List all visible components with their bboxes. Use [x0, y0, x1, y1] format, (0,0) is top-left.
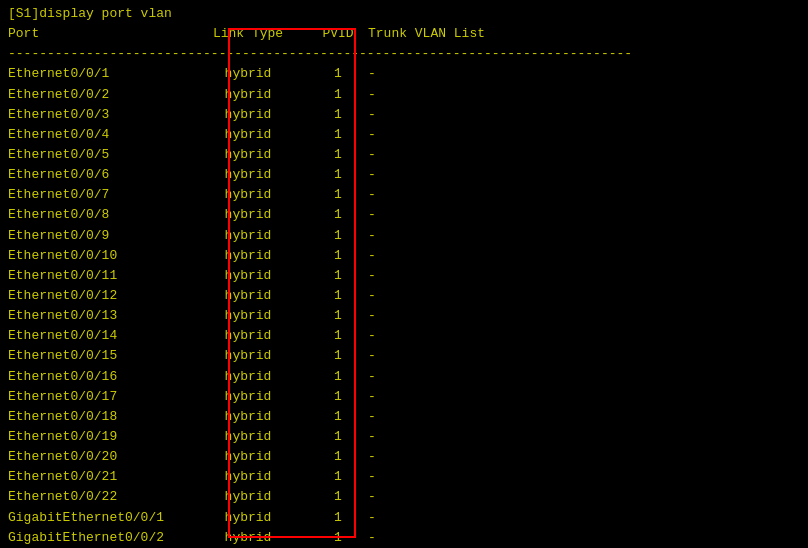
header-link-type: Link Type — [188, 24, 308, 44]
cell-trunk-vlan: - — [368, 407, 376, 427]
cell-link-type: hybrid — [188, 266, 308, 286]
cell-port: Ethernet0/0/20 — [8, 447, 188, 467]
cell-trunk-vlan: - — [368, 528, 376, 548]
cell-trunk-vlan: - — [368, 246, 376, 266]
cell-port: Ethernet0/0/21 — [8, 467, 188, 487]
table-row: Ethernet0/0/9hybrid1- — [8, 226, 800, 246]
cell-pvid: 1 — [308, 105, 368, 125]
cell-port: GigabitEthernet0/0/2 — [8, 528, 188, 548]
cell-link-type: hybrid — [188, 246, 308, 266]
cell-pvid: 1 — [308, 447, 368, 467]
cell-trunk-vlan: - — [368, 387, 376, 407]
cell-link-type: hybrid — [188, 105, 308, 125]
table-row: Ethernet0/0/4hybrid1- — [8, 125, 800, 145]
cell-port: Ethernet0/0/9 — [8, 226, 188, 246]
cell-pvid: 1 — [308, 185, 368, 205]
cell-port: GigabitEthernet0/0/1 — [8, 508, 188, 528]
cell-port: Ethernet0/0/5 — [8, 145, 188, 165]
cell-trunk-vlan: - — [368, 326, 376, 346]
cell-trunk-vlan: - — [368, 85, 376, 105]
cell-port: Ethernet0/0/12 — [8, 286, 188, 306]
cell-link-type: hybrid — [188, 286, 308, 306]
cell-link-type: hybrid — [188, 387, 308, 407]
table-row: Ethernet0/0/19hybrid1- — [8, 427, 800, 447]
cell-pvid: 1 — [308, 326, 368, 346]
header-port: Port — [8, 24, 188, 44]
table-row: Ethernet0/0/17hybrid1- — [8, 387, 800, 407]
cell-pvid: 1 — [308, 528, 368, 548]
cell-port: Ethernet0/0/10 — [8, 246, 188, 266]
table-row: Ethernet0/0/18hybrid1- — [8, 407, 800, 427]
cell-trunk-vlan: - — [368, 266, 376, 286]
cell-pvid: 1 — [308, 346, 368, 366]
cell-link-type: hybrid — [188, 528, 308, 548]
table-row: Ethernet0/0/22hybrid1- — [8, 487, 800, 507]
cell-pvid: 1 — [308, 266, 368, 286]
cell-port: Ethernet0/0/18 — [8, 407, 188, 427]
cell-pvid: 1 — [308, 407, 368, 427]
table-row: Ethernet0/0/1hybrid1- — [8, 64, 800, 84]
table-row: Ethernet0/0/13hybrid1- — [8, 306, 800, 326]
prompt-line: [S1]display port vlan — [8, 4, 800, 24]
cell-pvid: 1 — [308, 306, 368, 326]
cell-link-type: hybrid — [188, 185, 308, 205]
table-row: Ethernet0/0/8hybrid1- — [8, 205, 800, 225]
cell-link-type: hybrid — [188, 306, 308, 326]
table-body: Ethernet0/0/1hybrid1-Ethernet0/0/2hybrid… — [8, 64, 800, 547]
header-pvid: PVID — [308, 24, 368, 44]
table-header: Port Link Type PVID Trunk VLAN List — [8, 24, 800, 44]
cell-trunk-vlan: - — [368, 145, 376, 165]
cell-link-type: hybrid — [188, 85, 308, 105]
cell-link-type: hybrid — [188, 367, 308, 387]
cell-trunk-vlan: - — [368, 508, 376, 528]
cell-link-type: hybrid — [188, 467, 308, 487]
cell-pvid: 1 — [308, 125, 368, 145]
cell-trunk-vlan: - — [368, 487, 376, 507]
header-trunk-vlan: Trunk VLAN List — [368, 24, 485, 44]
cell-link-type: hybrid — [188, 326, 308, 346]
cell-pvid: 1 — [308, 85, 368, 105]
table-row: Ethernet0/0/11hybrid1- — [8, 266, 800, 286]
cell-port: Ethernet0/0/4 — [8, 125, 188, 145]
cell-pvid: 1 — [308, 226, 368, 246]
cell-pvid: 1 — [308, 467, 368, 487]
cell-trunk-vlan: - — [368, 346, 376, 366]
cell-trunk-vlan: - — [368, 165, 376, 185]
cell-port: Ethernet0/0/11 — [8, 266, 188, 286]
cell-pvid: 1 — [308, 286, 368, 306]
cell-trunk-vlan: - — [368, 427, 376, 447]
cell-port: Ethernet0/0/3 — [8, 105, 188, 125]
cell-pvid: 1 — [308, 246, 368, 266]
cell-trunk-vlan: - — [368, 205, 376, 225]
cell-port: Ethernet0/0/1 — [8, 64, 188, 84]
table-row: GigabitEthernet0/0/1hybrid1- — [8, 508, 800, 528]
table-row: Ethernet0/0/5hybrid1- — [8, 145, 800, 165]
table-row: Ethernet0/0/10hybrid1- — [8, 246, 800, 266]
table-row: Ethernet0/0/20hybrid1- — [8, 447, 800, 467]
cell-link-type: hybrid — [188, 427, 308, 447]
cell-link-type: hybrid — [188, 165, 308, 185]
table-row: Ethernet0/0/21hybrid1- — [8, 467, 800, 487]
table-row: Ethernet0/0/3hybrid1- — [8, 105, 800, 125]
cell-trunk-vlan: - — [368, 306, 376, 326]
cell-port: Ethernet0/0/6 — [8, 165, 188, 185]
terminal-window: [S1]display port vlan Port Link Type PVI… — [0, 0, 808, 548]
cell-pvid: 1 — [308, 487, 368, 507]
cell-trunk-vlan: - — [368, 286, 376, 306]
cell-trunk-vlan: - — [368, 125, 376, 145]
cell-port: Ethernet0/0/8 — [8, 205, 188, 225]
cell-port: Ethernet0/0/14 — [8, 326, 188, 346]
table-row: GigabitEthernet0/0/2hybrid1- — [8, 528, 800, 548]
cell-port: Ethernet0/0/7 — [8, 185, 188, 205]
cell-link-type: hybrid — [188, 205, 308, 225]
cell-pvid: 1 — [308, 427, 368, 447]
cell-port: Ethernet0/0/22 — [8, 487, 188, 507]
cell-trunk-vlan: - — [368, 105, 376, 125]
cell-link-type: hybrid — [188, 226, 308, 246]
table-row: Ethernet0/0/14hybrid1- — [8, 326, 800, 346]
cell-pvid: 1 — [308, 165, 368, 185]
cell-link-type: hybrid — [188, 407, 308, 427]
cell-link-type: hybrid — [188, 125, 308, 145]
cell-link-type: hybrid — [188, 487, 308, 507]
cell-pvid: 1 — [308, 387, 368, 407]
